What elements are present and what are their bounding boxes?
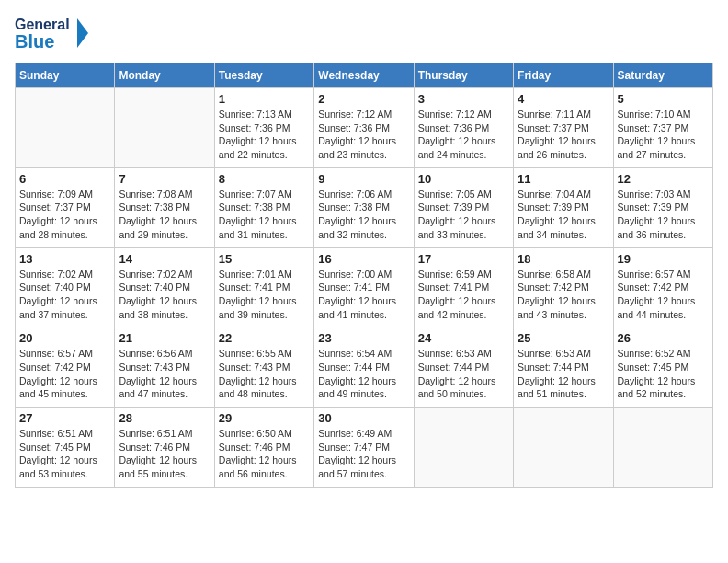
weekday-header-friday: Friday — [514, 63, 613, 88]
calendar-week-row: 27Sunrise: 6:51 AM Sunset: 7:45 PM Dayli… — [16, 408, 713, 488]
calendar-cell: 1Sunrise: 7:13 AM Sunset: 7:36 PM Daylig… — [214, 88, 313, 168]
day-info: Sunrise: 6:57 AM Sunset: 7:42 PM Dayligh… — [618, 268, 709, 322]
calendar-cell: 23Sunrise: 6:54 AM Sunset: 7:44 PM Dayli… — [314, 327, 414, 408]
day-info: Sunrise: 6:51 AM Sunset: 7:45 PM Dayligh… — [19, 427, 110, 481]
day-number: 5 — [618, 92, 709, 106]
day-number: 26 — [618, 331, 709, 345]
day-number: 28 — [119, 411, 210, 425]
day-number: 17 — [418, 252, 509, 266]
weekday-header-monday: Monday — [115, 63, 214, 88]
calendar-cell — [514, 408, 613, 488]
calendar-cell: 7Sunrise: 7:08 AM Sunset: 7:38 PM Daylig… — [115, 167, 214, 247]
day-info: Sunrise: 7:05 AM Sunset: 7:39 PM Dayligh… — [418, 188, 509, 242]
logo-svg: GeneralBlue — [15, 15, 97, 53]
calendar-cell: 8Sunrise: 7:07 AM Sunset: 7:38 PM Daylig… — [214, 167, 313, 247]
day-number: 16 — [318, 252, 409, 266]
day-number: 12 — [618, 172, 709, 186]
day-number: 30 — [318, 411, 409, 425]
day-number: 29 — [219, 411, 310, 425]
day-number: 1 — [219, 92, 310, 106]
calendar-cell: 20Sunrise: 6:57 AM Sunset: 7:42 PM Dayli… — [16, 327, 115, 408]
day-number: 15 — [219, 252, 310, 266]
svg-text:General: General — [15, 17, 70, 32]
day-info: Sunrise: 6:54 AM Sunset: 7:44 PM Dayligh… — [318, 347, 409, 401]
calendar-cell: 30Sunrise: 6:49 AM Sunset: 7:47 PM Dayli… — [314, 408, 414, 488]
day-number: 24 — [418, 331, 509, 345]
calendar-cell — [414, 408, 513, 488]
day-number: 23 — [318, 331, 409, 345]
calendar-cell: 22Sunrise: 6:55 AM Sunset: 7:43 PM Dayli… — [214, 327, 313, 408]
weekday-header-row: SundayMondayTuesdayWednesdayThursdayFrid… — [16, 63, 713, 88]
calendar-cell: 2Sunrise: 7:12 AM Sunset: 7:36 PM Daylig… — [314, 88, 414, 168]
day-number: 21 — [119, 331, 210, 345]
calendar-cell — [613, 408, 712, 488]
day-info: Sunrise: 6:51 AM Sunset: 7:46 PM Dayligh… — [119, 427, 210, 481]
day-number: 6 — [19, 172, 110, 186]
calendar-cell — [16, 88, 115, 168]
calendar-cell: 13Sunrise: 7:02 AM Sunset: 7:40 PM Dayli… — [16, 247, 115, 327]
day-info: Sunrise: 7:12 AM Sunset: 7:36 PM Dayligh… — [318, 108, 409, 162]
day-number: 10 — [418, 172, 509, 186]
calendar-cell: 3Sunrise: 7:12 AM Sunset: 7:36 PM Daylig… — [414, 88, 513, 168]
day-info: Sunrise: 7:03 AM Sunset: 7:39 PM Dayligh… — [618, 188, 709, 242]
day-number: 2 — [318, 92, 409, 106]
calendar-cell: 27Sunrise: 6:51 AM Sunset: 7:45 PM Dayli… — [16, 408, 115, 488]
calendar-cell: 10Sunrise: 7:05 AM Sunset: 7:39 PM Dayli… — [414, 167, 513, 247]
day-info: Sunrise: 7:13 AM Sunset: 7:36 PM Dayligh… — [219, 108, 310, 162]
calendar-cell: 19Sunrise: 6:57 AM Sunset: 7:42 PM Dayli… — [613, 247, 712, 327]
calendar-week-row: 6Sunrise: 7:09 AM Sunset: 7:37 PM Daylig… — [16, 167, 713, 247]
day-number: 4 — [518, 92, 609, 106]
calendar-cell: 4Sunrise: 7:11 AM Sunset: 7:37 PM Daylig… — [514, 88, 613, 168]
header: GeneralBlue — [15, 15, 713, 53]
weekday-header-thursday: Thursday — [414, 63, 513, 88]
calendar-cell: 16Sunrise: 7:00 AM Sunset: 7:41 PM Dayli… — [314, 247, 414, 327]
calendar-cell: 5Sunrise: 7:10 AM Sunset: 7:37 PM Daylig… — [613, 88, 712, 168]
day-info: Sunrise: 6:53 AM Sunset: 7:44 PM Dayligh… — [418, 347, 509, 401]
day-number: 25 — [518, 331, 609, 345]
svg-marker-2 — [77, 18, 88, 48]
calendar-cell: 9Sunrise: 7:06 AM Sunset: 7:38 PM Daylig… — [314, 167, 414, 247]
weekday-header-saturday: Saturday — [613, 63, 712, 88]
day-number: 20 — [19, 331, 110, 345]
calendar-cell: 14Sunrise: 7:02 AM Sunset: 7:40 PM Dayli… — [115, 247, 214, 327]
day-info: Sunrise: 7:11 AM Sunset: 7:37 PM Dayligh… — [518, 108, 609, 162]
day-number: 7 — [119, 172, 210, 186]
day-info: Sunrise: 6:52 AM Sunset: 7:45 PM Dayligh… — [618, 347, 709, 401]
logo: GeneralBlue — [15, 15, 97, 53]
calendar-cell: 6Sunrise: 7:09 AM Sunset: 7:37 PM Daylig… — [16, 167, 115, 247]
day-info: Sunrise: 6:53 AM Sunset: 7:44 PM Dayligh… — [518, 347, 609, 401]
day-info: Sunrise: 7:07 AM Sunset: 7:38 PM Dayligh… — [219, 188, 310, 242]
day-info: Sunrise: 6:58 AM Sunset: 7:42 PM Dayligh… — [518, 268, 609, 322]
calendar-cell: 26Sunrise: 6:52 AM Sunset: 7:45 PM Dayli… — [613, 327, 712, 408]
day-number: 19 — [618, 252, 709, 266]
day-info: Sunrise: 6:56 AM Sunset: 7:43 PM Dayligh… — [119, 347, 210, 401]
calendar-table: SundayMondayTuesdayWednesdayThursdayFrid… — [15, 63, 713, 488]
calendar-week-row: 20Sunrise: 6:57 AM Sunset: 7:42 PM Dayli… — [16, 327, 713, 408]
calendar-cell: 28Sunrise: 6:51 AM Sunset: 7:46 PM Dayli… — [115, 408, 214, 488]
calendar-cell: 15Sunrise: 7:01 AM Sunset: 7:41 PM Dayli… — [214, 247, 313, 327]
calendar-cell — [115, 88, 214, 168]
day-info: Sunrise: 7:09 AM Sunset: 7:37 PM Dayligh… — [19, 188, 110, 242]
day-info: Sunrise: 7:02 AM Sunset: 7:40 PM Dayligh… — [119, 268, 210, 322]
day-info: Sunrise: 6:57 AM Sunset: 7:42 PM Dayligh… — [19, 347, 110, 401]
day-info: Sunrise: 7:04 AM Sunset: 7:39 PM Dayligh… — [518, 188, 609, 242]
day-info: Sunrise: 7:00 AM Sunset: 7:41 PM Dayligh… — [318, 268, 409, 322]
day-number: 18 — [518, 252, 609, 266]
day-number: 3 — [418, 92, 509, 106]
calendar-cell: 29Sunrise: 6:50 AM Sunset: 7:46 PM Dayli… — [214, 408, 313, 488]
day-number: 8 — [219, 172, 310, 186]
day-info: Sunrise: 7:08 AM Sunset: 7:38 PM Dayligh… — [119, 188, 210, 242]
calendar-cell: 17Sunrise: 6:59 AM Sunset: 7:41 PM Dayli… — [414, 247, 513, 327]
day-info: Sunrise: 7:02 AM Sunset: 7:40 PM Dayligh… — [19, 268, 110, 322]
calendar-cell: 24Sunrise: 6:53 AM Sunset: 7:44 PM Dayli… — [414, 327, 513, 408]
day-info: Sunrise: 6:55 AM Sunset: 7:43 PM Dayligh… — [219, 347, 310, 401]
day-info: Sunrise: 6:59 AM Sunset: 7:41 PM Dayligh… — [418, 268, 509, 322]
day-info: Sunrise: 7:10 AM Sunset: 7:37 PM Dayligh… — [618, 108, 709, 162]
svg-text:Blue: Blue — [15, 31, 54, 52]
day-number: 11 — [518, 172, 609, 186]
weekday-header-tuesday: Tuesday — [214, 63, 313, 88]
day-number: 22 — [219, 331, 310, 345]
day-info: Sunrise: 7:12 AM Sunset: 7:36 PM Dayligh… — [418, 108, 509, 162]
day-number: 14 — [119, 252, 210, 266]
day-number: 13 — [19, 252, 110, 266]
